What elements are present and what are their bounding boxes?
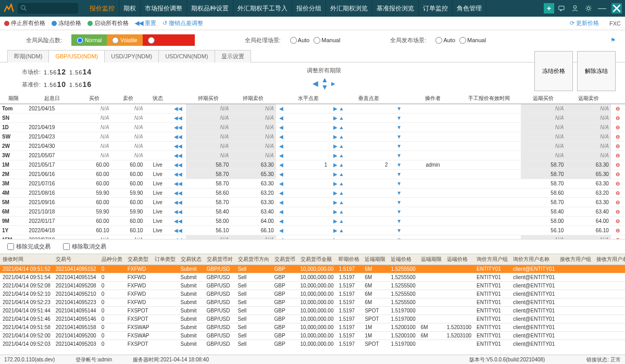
tenor-row[interactable]: 1D2021/04/19N/AN/A◀◀N/AN/A◀▶ ▲▼N/AN/A⊝: [0, 123, 625, 132]
nav-tab[interactable]: 报价分组: [292, 0, 326, 17]
row-down-icon[interactable]: ▼: [396, 209, 402, 215]
row-up-icon[interactable]: ▲: [339, 181, 344, 186]
row-right-icon[interactable]: ▶: [333, 153, 338, 158]
row-left-icon[interactable]: ◀◀: [174, 143, 182, 149]
user-icon[interactable]: [571, 4, 579, 12]
row-down-icon[interactable]: ▼: [396, 115, 402, 121]
adjust-up-icon[interactable]: ▲: [321, 76, 329, 83]
row-stop-icon[interactable]: ⊝: [616, 181, 620, 186]
nav-tab[interactable]: 基准报价浏览: [372, 0, 419, 17]
row-left-icon[interactable]: ◀◀: [174, 237, 182, 239]
row-stop-icon[interactable]: ⊝: [616, 237, 620, 239]
proc-auto[interactable]: Auto: [290, 37, 310, 44]
nav-tab[interactable]: 报价监控: [85, 0, 119, 17]
row-down-icon[interactable]: ▼: [396, 162, 402, 168]
row-stop-icon[interactable]: ⊝: [616, 209, 620, 215]
blotter-row[interactable]: 2021/04/14 09:52:08202104140952080FXFWDS…: [0, 282, 625, 290]
row-stop-icon[interactable]: ⊝: [616, 106, 620, 111]
blotter-row[interactable]: 2021/04/14 09:52:00202104140952000FXSWAP…: [0, 332, 625, 340]
row-stop-icon[interactable]: ⊝: [616, 228, 620, 233]
tenor-row[interactable]: SNN/AN/A◀◀N/AN/A◀▶ ▲▼N/AN/A⊝: [0, 114, 625, 123]
row-right-icon[interactable]: ▶: [333, 134, 338, 140]
freeze-button[interactable]: 冻结价格: [52, 19, 81, 27]
nav-tab[interactable]: 期权品种设置: [187, 0, 233, 17]
row-right-icon[interactable]: ▶: [333, 199, 338, 205]
row-stop-icon[interactable]: ⊝: [616, 171, 620, 177]
row-left-icon[interactable]: ◀◀: [174, 106, 182, 111]
row-down-icon[interactable]: ▼: [396, 228, 402, 233]
blotter-row[interactable]: 2021/04/14 09:51:52202104140951520FXFWDS…: [0, 265, 625, 273]
row-stop-icon[interactable]: ⊝: [616, 218, 620, 224]
tenor-row[interactable]: SW2021/04/23N/AN/A◀◀N/AN/A◀▶ ▲▼N/AN/A⊝: [0, 132, 625, 142]
unfreeze-price-button[interactable]: 解除冻结: [577, 51, 616, 91]
row-down-icon[interactable]: ▼: [396, 143, 402, 149]
nav-tab[interactable]: 期权: [119, 0, 141, 17]
row-left2-icon[interactable]: ◀: [279, 115, 283, 121]
row-up-icon[interactable]: ▲: [339, 143, 344, 149]
row-stop-icon[interactable]: ⊝: [616, 143, 620, 149]
tenor-row[interactable]: 6M2021/10/1859.9059.90Live◀◀58.4063.40◀▶…: [0, 207, 625, 217]
start-all-button[interactable]: 启动所有价格: [88, 19, 129, 27]
row-left2-icon[interactable]: ◀: [279, 218, 283, 224]
tenor-row[interactable]: 1Y2022/04/1860.1060.10Live◀◀56.1066.10◀▶…: [0, 226, 625, 235]
row-up-icon[interactable]: ▲: [339, 171, 344, 177]
undo-spread-button[interactable]: ↺撤销点差调整: [162, 19, 203, 27]
row-left2-icon[interactable]: ◀: [279, 171, 283, 177]
adjust-down-icon[interactable]: ▼: [321, 83, 329, 91]
blotter-row[interactable]: 2021/04/14 09:51:44202104140951440FXSPOT…: [0, 307, 625, 315]
row-left-icon[interactable]: ◀◀: [174, 218, 182, 224]
row-up-icon[interactable]: ▲: [339, 106, 344, 111]
risk-crisis[interactable]: [143, 34, 195, 46]
row-up-icon[interactable]: ▲: [339, 199, 344, 205]
row-up-icon[interactable]: ▲: [339, 237, 344, 239]
stop-all-button[interactable]: 停止所有价格: [4, 19, 45, 27]
row-up-icon[interactable]: ▲: [339, 228, 344, 233]
tenor-row[interactable]: 1M2021/05/1760.0060.00Live◀◀58.7063.30◀1…: [0, 160, 625, 170]
nav-tab[interactable]: 市场报价调整: [141, 0, 187, 17]
nav-tab[interactable]: 外汇期权手工导入: [233, 0, 292, 17]
row-right-icon[interactable]: ▶: [333, 106, 338, 111]
update-price-button[interactable]: ⟳更新价格: [570, 19, 599, 27]
row-up-icon[interactable]: ▲: [339, 218, 344, 224]
tenor-row[interactable]: 9M2022/01/1760.0060.00Live◀◀58.0064.00◀▶…: [0, 217, 625, 226]
price-tab[interactable]: 即期(NDM): [7, 50, 49, 62]
row-left-icon[interactable]: ◀◀: [174, 134, 182, 140]
search-input[interactable]: [29, 5, 76, 11]
row-left-icon[interactable]: ◀◀: [174, 228, 182, 233]
price-tab[interactable]: GBP/USD(NDM): [48, 50, 105, 62]
row-right-icon[interactable]: ▶: [333, 162, 338, 168]
gear-icon[interactable]: [584, 4, 593, 12]
reset-button[interactable]: ◀◀重置: [135, 19, 156, 27]
row-right-icon[interactable]: ▶: [333, 143, 338, 149]
row-stop-icon[interactable]: ⊝: [616, 124, 620, 130]
row-down-icon[interactable]: ▼: [396, 134, 402, 140]
row-right-icon[interactable]: ▶: [333, 218, 338, 224]
row-down-icon[interactable]: ▼: [396, 171, 402, 177]
adjust-left-icon[interactable]: ◀: [312, 79, 318, 87]
row-left-icon[interactable]: ◀◀: [174, 162, 182, 168]
adjust-right-icon[interactable]: ▶: [331, 81, 335, 86]
tenor-row[interactable]: 5M2021/09/1660.0060.00Live◀◀58.7063.30◀▶…: [0, 198, 625, 207]
row-up-icon[interactable]: ▲: [339, 115, 344, 121]
blotter-row[interactable]: 2021/04/14 09:52:03202104140952030FXSPOT…: [0, 340, 625, 348]
flag-icon[interactable]: ⚑: [610, 37, 616, 44]
row-down-icon[interactable]: ▼: [396, 237, 402, 239]
row-left2-icon[interactable]: ◀: [279, 237, 283, 239]
remove-cancel-checkbox[interactable]: 移除取消交易: [63, 243, 106, 250]
row-up-icon[interactable]: ▲: [339, 153, 344, 158]
row-right-icon[interactable]: ▶: [333, 181, 338, 186]
row-left-icon[interactable]: ◀◀: [174, 190, 182, 196]
tenor-row[interactable]: Tom2021/04/15N/AN/A◀◀N/AN/A◀▶ ▲▼N/AN/A⊝: [0, 104, 625, 114]
blotter-row[interactable]: 2021/04/14 09:52:10202104140952100FXFWDS…: [0, 290, 625, 298]
price-tab[interactable]: USD/CNN(NDM): [158, 50, 215, 62]
row-right-icon[interactable]: ▶: [333, 115, 338, 121]
tenor-row[interactable]: 15M2022/07/18N/AN/A◀◀N/AN/A◀▶ ▲▼N/AN/A⊝: [0, 235, 625, 240]
price-tab[interactable]: 显示设置: [215, 50, 251, 62]
close-icon[interactable]: [611, 3, 622, 14]
row-right-icon[interactable]: ▶: [333, 171, 338, 177]
row-stop-icon[interactable]: ⊝: [616, 134, 620, 140]
row-stop-icon[interactable]: ⊝: [616, 190, 620, 196]
row-right-icon[interactable]: ▶: [333, 190, 338, 196]
nav-tab[interactable]: 外汇期权浏览: [326, 0, 372, 17]
row-stop-icon[interactable]: ⊝: [616, 199, 620, 205]
